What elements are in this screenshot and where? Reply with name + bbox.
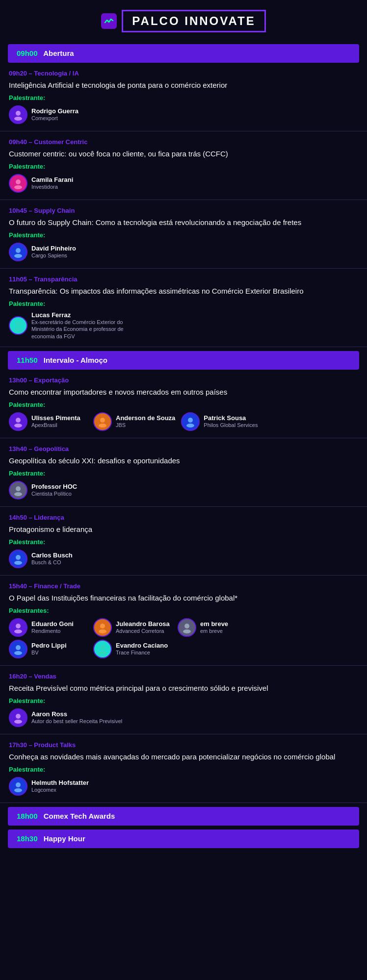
session-transparencia: 11h05 – Transparência Transparência: Os … [0,269,367,347]
session-time-cat: 17h30 – Product Talks [9,741,358,749]
svg-point-29 [14,720,22,724]
speaker-name: Pedro Lippi [31,642,67,649]
svg-point-14 [16,486,21,491]
session-title: Customer centric: ou você foca no client… [9,149,358,159]
speaker-info: Rodrigo Guerra Comexport [31,107,79,122]
session-title: Transparência: Os impactos das informaçõ… [9,286,358,296]
session-time-cat: 09h20 – Tecnologia / IA [9,70,358,77]
svg-point-17 [14,561,22,565]
speaker-card: Carlos Busch Busch & CO [9,550,87,568]
speaker-name: Evandro Caciano [116,642,168,649]
speaker-name: Camila Farani [31,176,73,183]
highlight-bar-abertura: 09h00 Abertura [8,44,359,63]
speakers-label: Palestrante: [9,231,358,239]
speaker-org: Cargo Sapiens [31,252,76,259]
speakers-row: Eduardo Goni Rendimento Juleandro Barosa… [9,618,358,637]
speaker-org: Advanced Corretora [116,628,170,634]
speaker-org: Comexport [31,115,79,122]
logo-icon [101,13,117,29]
speaker-org: Ex-secretário de Comércio Exterior do Mi… [31,319,130,340]
speaker-card: Lucas Ferraz Ex-secretário de Comércio E… [9,311,130,340]
session-vendas: 16h20 – Vendas Receita Previsível como m… [0,666,367,734]
svg-point-2 [16,179,21,184]
speakers-row-2: Pedro Lippi BV Evandro Caciano Trace Fin… [9,640,358,658]
svg-point-8 [16,418,21,423]
svg-point-10 [100,418,105,423]
session-title: Protagonismo e liderança [9,524,358,534]
session-geopolitica: 13h40 – Geopolítica Geopolítica do sécul… [0,438,367,507]
speaker-name: Lucas Ferraz [31,311,130,319]
page-title: PALCO INNOVATE [122,10,265,32]
avatar [93,618,112,637]
speaker-name: Anderson de Souza [116,414,175,422]
svg-point-21 [99,629,106,633]
speaker-org: JBS [116,422,175,428]
intervalo-label: Intervalo - Almoço [44,356,107,364]
highlight-bar-intervalo: 11h50 Intervalo - Almoço [8,351,359,370]
speaker-org: em breve [200,628,228,634]
speaker-info: Ulisses Pimenta ApexBrasil [31,414,80,428]
svg-point-25 [14,651,22,655]
speaker-name: Eduardo Goni [31,620,74,628]
speakers-row: Ulisses Pimenta ApexBrasil Anderson de S… [9,412,358,431]
svg-point-18 [16,624,21,628]
avatar [93,412,112,431]
speaker-name: Juleandro Barosa [116,620,170,628]
highlight-bar-awards: 18h00 Comex Tech Awards [8,807,359,826]
speaker-name: Aaron Ross [31,710,122,718]
speaker-card: Juleandro Barosa Advanced Corretora [93,618,172,637]
session-finance-trade: 15h40 – Finance / Trade O Papel das Inst… [0,576,367,666]
speaker-card: Anderson de Souza JBS [93,412,175,431]
session-product-talks: 17h30 – Product Talks Conheça as novidad… [0,734,367,803]
speaker-name: David Pinheiro [31,245,76,252]
speaker-card: Evandro Caciano Trace Finance [93,640,172,658]
speakers-row: David Pinheiro Cargo Sapiens [9,243,358,261]
svg-point-12 [188,418,193,423]
speaker-card: Ulisses Pimenta ApexBrasil [9,412,87,431]
session-time-cat: 09h40 – Customer Centric [9,138,358,146]
session-time-cat: 14h50 – Liderança [9,514,358,521]
svg-point-23 [183,629,191,633]
session-title: Conheça as novidades mais avançadas do m… [9,752,358,762]
svg-point-13 [186,424,194,427]
session-time-cat: 15h40 – Finance / Trade [9,582,358,590]
session-time-cat: 13h00 – Exportação [9,377,358,384]
speaker-org: BV [31,649,67,656]
speaker-info: Juleandro Barosa Advanced Corretora [116,620,170,634]
avatar [9,243,27,261]
session-customer-centric: 09h40 – Customer Centric Customer centri… [0,131,367,200]
svg-point-22 [184,624,189,628]
speaker-name: Rodrigo Guerra [31,107,79,115]
speaker-info: Evandro Caciano Trace Finance [116,642,168,656]
session-title: O Papel das Instituições financeiras na … [9,593,358,603]
speaker-org: Cientista Político [31,490,77,497]
svg-point-7 [14,327,22,331]
avatar [9,174,27,193]
session-title: Receita Previsível como métrica principa… [9,683,358,693]
speakers-label: Palestrante: [9,163,358,170]
session-title: Geopolítica do século XXI: desafios e op… [9,455,358,466]
svg-point-11 [99,424,106,427]
speaker-card: Eduardo Goni Rendimento [9,618,87,637]
svg-point-5 [14,254,22,258]
svg-point-9 [14,424,22,427]
speaker-info: Anderson de Souza JBS [116,414,175,428]
speaker-org: Autor do best seller Receita Previsivel [31,718,122,725]
avatar [9,105,27,124]
speaker-card: Camila Farani Investidora [9,174,87,193]
speaker-card: em breve em breve [178,618,256,637]
speaker-info: David Pinheiro Cargo Sapiens [31,245,76,259]
speaker-org: Logcomex [31,786,89,793]
speaker-card: David Pinheiro Cargo Sapiens [9,243,87,261]
svg-point-0 [16,111,21,116]
speaker-org: ApexBrasil [31,422,80,428]
speaker-card: Professor HOC Cientista Político [9,481,87,500]
svg-point-27 [99,651,106,655]
avatar [93,640,112,658]
speaker-name: Professor HOC [31,483,77,490]
speakers-row: Helmuth Hofstatter Logcomex [9,777,358,796]
session-time-cat: 13h40 – Geopolítica [9,445,358,452]
speaker-org: Investidora [31,183,73,190]
speaker-card: Patrick Sousa Philos Global Services [181,412,260,431]
session-time-cat: 10h45 – Supply Chain [9,207,358,214]
